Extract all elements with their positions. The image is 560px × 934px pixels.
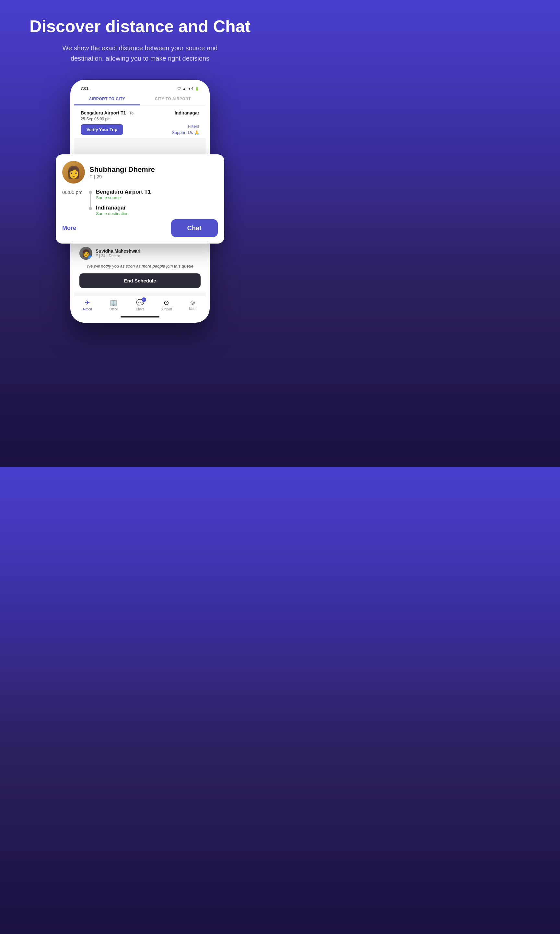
- floating-user-meta: F | 29: [89, 174, 155, 179]
- chat-badge: 1: [142, 297, 146, 302]
- route-dots: [89, 189, 92, 210]
- nav-support[interactable]: ⊙ Support: [153, 299, 180, 311]
- floating-time: 06:00 pm: [62, 189, 85, 195]
- route-dot-bottom: [89, 207, 92, 210]
- end-schedule-button[interactable]: End Schedule: [79, 273, 201, 288]
- tab-city-to-airport[interactable]: CITY TO AIRPORT: [140, 92, 206, 105]
- notify-user-meta: F | 34 | Doctor: [95, 254, 140, 258]
- phone-mockup: 👩 Shubhangi Dhemre F | 29 06:00 pm Benga…: [65, 80, 215, 323]
- notify-avatar: 👩 ✓: [79, 247, 92, 260]
- tab-airport-to-city[interactable]: AIRPORT TO CITY: [74, 92, 140, 105]
- battery-icon: 🔋: [195, 86, 199, 91]
- status-icons: 🛡 ▲ ▼4 🔋: [177, 86, 199, 91]
- bottom-nav: ✈ Airport 🏢 Office 💬 1 Chats ⊙ Supp: [74, 296, 206, 314]
- floating-chat-button[interactable]: Chat: [171, 219, 218, 237]
- trip-from: Bengaluru Airport T1: [81, 110, 126, 116]
- hero-title: Discover distance and Chat: [29, 16, 251, 36]
- airplane-icon: ✈: [85, 299, 90, 307]
- route-dot-top: [89, 191, 92, 194]
- filters-link[interactable]: Filters: [188, 124, 199, 129]
- nav-office-label: Office: [109, 307, 118, 311]
- nav-more[interactable]: ☺ More: [180, 299, 206, 311]
- shield-icon: 🛡: [177, 86, 181, 91]
- avatar-icon: 👩: [66, 165, 81, 179]
- hero-subtitle: We show the exact distance between your …: [52, 43, 228, 63]
- trip-actions: Verify Your Trip Filters Support Us 🙏: [81, 124, 199, 135]
- nav-chats[interactable]: 💬 1 Chats: [127, 299, 153, 311]
- verify-trip-button[interactable]: Verify Your Trip: [81, 124, 123, 135]
- status-bar: 7:01 🛡 ▲ ▼4 🔋: [74, 84, 206, 92]
- support-icon: ⊙: [164, 299, 169, 307]
- home-bar: [120, 316, 160, 317]
- trip-dest: Indiranagar: [175, 110, 199, 116]
- floating-to-location: Indiranagar: [96, 205, 218, 211]
- trip-info: Bengaluru Airport T1 To Indiranagar 25-S…: [74, 106, 206, 138]
- route-tabs: AIRPORT TO CITY CITY TO AIRPORT: [74, 92, 206, 106]
- notify-user-name: Suvidha Maheshwari: [95, 248, 140, 254]
- signal-icon: ▲: [183, 86, 186, 91]
- floating-from-location: Bengaluru Airport T1: [96, 189, 218, 195]
- support-us-link[interactable]: Support Us 🙏: [172, 130, 199, 135]
- floating-chat-card: 👩 Shubhangi Dhemre F | 29 06:00 pm Benga…: [56, 154, 224, 244]
- nav-airport-label: Airport: [83, 307, 92, 311]
- trip-to-label: To: [129, 111, 134, 116]
- home-indicator: [74, 314, 206, 319]
- floating-more-button[interactable]: More: [62, 225, 76, 231]
- status-time: 7:01: [81, 86, 88, 91]
- nav-office[interactable]: 🏢 Office: [100, 299, 127, 311]
- floating-route-info: Bengaluru Airport T1 Same source Indiran…: [96, 189, 218, 216]
- notify-message: We will notify you as soon as more peopl…: [79, 263, 201, 270]
- verified-badge: ✓: [88, 255, 92, 260]
- nav-chats-label: Chats: [136, 307, 144, 311]
- notify-card: 👩 ✓ Suvidha Maheshwari F | 34 | Doctor W…: [74, 242, 206, 293]
- nav-more-label: More: [189, 307, 196, 311]
- trip-right-actions: Filters Support Us 🙏: [172, 124, 199, 135]
- nav-airport[interactable]: ✈ Airport: [74, 299, 100, 311]
- trip-date: 25-Sep 06:00 pm: [81, 117, 199, 121]
- floating-avatar: 👩: [62, 161, 85, 183]
- more-icon: ☺: [189, 299, 196, 306]
- chat-badge-container: 💬 1: [136, 299, 144, 307]
- floating-to-label: Same destination: [96, 211, 218, 216]
- route-line: [90, 194, 91, 207]
- nav-support-label: Support: [161, 307, 172, 311]
- floating-actions: More Chat: [62, 219, 218, 237]
- floating-from-label: Same source: [96, 195, 218, 200]
- floating-user-name: Shubhangi Dhemre: [89, 165, 155, 174]
- wifi-icon: ▼4: [188, 86, 193, 91]
- office-icon: 🏢: [109, 299, 118, 307]
